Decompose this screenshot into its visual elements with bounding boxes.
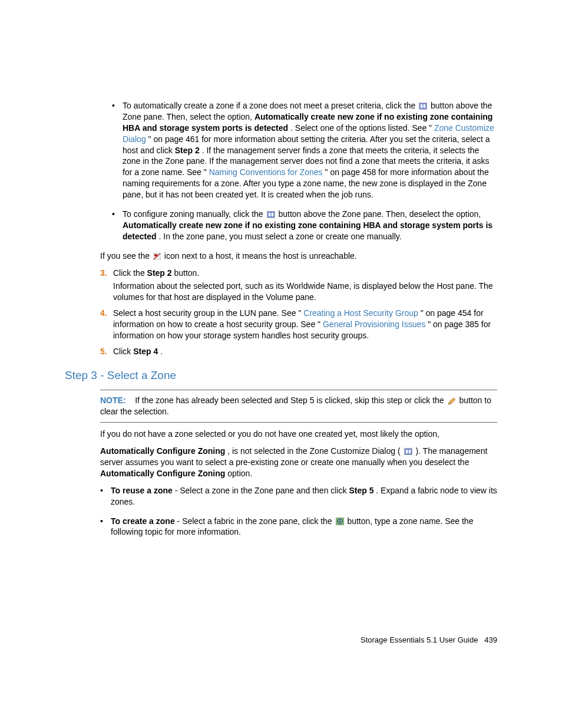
- panel-icon: [404, 448, 412, 455]
- link-host-security-group[interactable]: Creating a Host Security Group: [303, 308, 418, 318]
- text: . In the zone pane, you must select a zo…: [158, 232, 401, 241]
- text: Select a zone in the Zone pane and then …: [180, 486, 349, 495]
- step-subtext: Information about the selected port, suc…: [113, 281, 497, 303]
- svg-point-16: [339, 521, 340, 522]
- step-marker: 5.: [100, 346, 107, 357]
- text: button above the Zone pane. Then, desele…: [278, 209, 481, 219]
- text: Click: [113, 347, 133, 356]
- link-naming-conventions[interactable]: Naming Conventions for Zones: [209, 167, 323, 177]
- link-general-provisioning-issues[interactable]: General Provisioning Issues: [323, 319, 425, 329]
- bold-text: Automatically Configure Zoning: [100, 446, 225, 456]
- text: button.: [174, 268, 199, 278]
- footer-text: Storage Essentials 5.1 User Guide: [361, 635, 478, 644]
- text: icon next to a host, it means the host i…: [164, 251, 357, 261]
- bold-text: Step 2: [147, 268, 172, 278]
- bullet-manual-zone: To configure zoning manually, click the …: [112, 209, 497, 242]
- bold-text: To create a zone: [111, 516, 175, 526]
- panel-icon: [267, 211, 275, 218]
- text: If the zone has already been selected an…: [135, 396, 446, 405]
- page: To automatically create a zone if a zone…: [0, 0, 562, 728]
- step-4: 4. Select a host security group in the L…: [100, 308, 497, 341]
- note-block: NOTE: If the zone has already been selec…: [100, 390, 497, 423]
- pencil-icon: [448, 398, 456, 405]
- unreachable-icon: [153, 253, 161, 260]
- text: Click the: [113, 268, 147, 278]
- text: .: [160, 347, 163, 356]
- page-footer: Storage Essentials 5.1 User Guide 439: [361, 635, 497, 645]
- bullet-reuse-zone: To reuse a zone - Select a zone in the Z…: [100, 485, 497, 508]
- text: To automatically create a zone if a zone…: [123, 101, 418, 110]
- bold-text: Step 5: [349, 486, 373, 495]
- panel-icon: [419, 103, 427, 110]
- bold-text: Automatically Configure Zoning: [100, 469, 225, 478]
- step-marker: 3.: [100, 268, 107, 279]
- text: . Select one of the options listed. See …: [290, 123, 432, 133]
- page-number: 439: [484, 635, 497, 644]
- bold-text: To reuse a zone: [111, 486, 173, 495]
- note-label: NOTE:: [100, 396, 126, 405]
- paragraph: If you do not have a zone selected or yo…: [100, 429, 497, 440]
- text: -: [177, 516, 183, 526]
- section-heading: Step 3 - Select a Zone: [65, 368, 497, 383]
- paragraph: Automatically Configure Zoning , is not …: [100, 446, 497, 479]
- top-bullet-list: To automatically create a zone if a zone…: [112, 100, 497, 242]
- new-zone-icon: [336, 518, 344, 525]
- bullet-auto-zone: To automatically create a zone if a zone…: [112, 100, 497, 200]
- text: , is not selected in the Zone Customize …: [227, 446, 400, 456]
- content: To automatically create a zone if a zone…: [65, 100, 497, 538]
- text: Select a host security group in the LUN …: [113, 308, 301, 318]
- text: If you see the: [100, 251, 152, 261]
- text: To configure zoning manually, click the: [123, 209, 266, 219]
- numbered-steps: 3. Click the Step 2 button. Information …: [100, 268, 497, 357]
- bold-text: Step 4: [133, 347, 158, 356]
- text: option.: [227, 469, 252, 478]
- bullet-create-zone: To create a zone - Select a fabric in th…: [100, 516, 497, 538]
- step-5: 5. Click Step 4 .: [100, 346, 497, 357]
- unreachable-note: If you see the icon next to a host, it m…: [100, 251, 497, 262]
- bold-text: Step 2: [175, 146, 200, 155]
- step-marker: 4.: [100, 308, 107, 319]
- text: Select a fabric in the zone pane, click …: [182, 516, 334, 526]
- bottom-bullet-list: To reuse a zone - Select a zone in the Z…: [100, 485, 497, 538]
- step-3: 3. Click the Step 2 button. Information …: [100, 268, 497, 304]
- text: -: [175, 486, 180, 495]
